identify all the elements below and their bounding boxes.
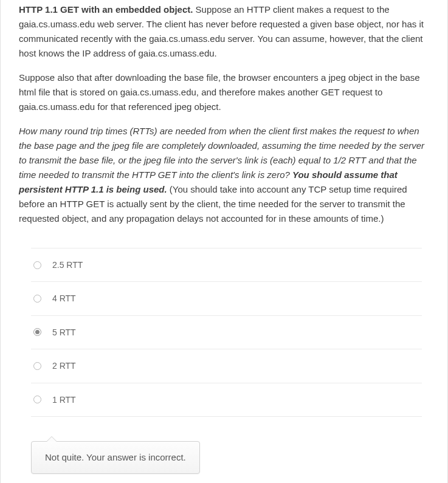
question-title: HTTP 1.1 GET with an embedded object.	[19, 4, 193, 15]
option-3[interactable]: 2 RTT	[31, 349, 422, 383]
question-paragraph-2: Suppose also that after downloading the …	[19, 70, 434, 114]
option-label: 5 RTT	[52, 326, 76, 339]
question-paragraph-3: How many round trip times (RTTs) are nee…	[19, 124, 434, 226]
answer-options: 2.5 RTT 4 RTT 5 RTT 2 RTT 1 RTT	[19, 248, 434, 417]
question-text: HTTP 1.1 GET with an embedded object. Su…	[19, 2, 434, 226]
option-label: 4 RTT	[52, 292, 76, 305]
question-paragraph-1: HTTP 1.1 GET with an embedded object. Su…	[19, 2, 434, 61]
radio-icon	[33, 396, 41, 403]
feedback-tooltip: Not quite. Your answer is incorrect.	[31, 441, 200, 474]
radio-icon-selected	[33, 328, 41, 336]
radio-icon	[33, 295, 41, 303]
option-label: 2.5 RTT	[52, 258, 83, 272]
option-1[interactable]: 4 RTT	[31, 282, 422, 315]
radio-icon	[33, 261, 41, 269]
feedback-wrap: Not quite. Your answer is incorrect.	[19, 441, 434, 474]
option-label: 1 RTT	[52, 393, 76, 406]
question-card: HTTP 1.1 GET with an embedded object. Su…	[0, 0, 448, 483]
option-0[interactable]: 2.5 RTT	[31, 248, 422, 282]
option-2[interactable]: 5 RTT	[31, 316, 422, 349]
option-4[interactable]: 1 RTT	[31, 383, 422, 417]
radio-icon	[33, 362, 41, 370]
option-label: 2 RTT	[52, 359, 76, 372]
